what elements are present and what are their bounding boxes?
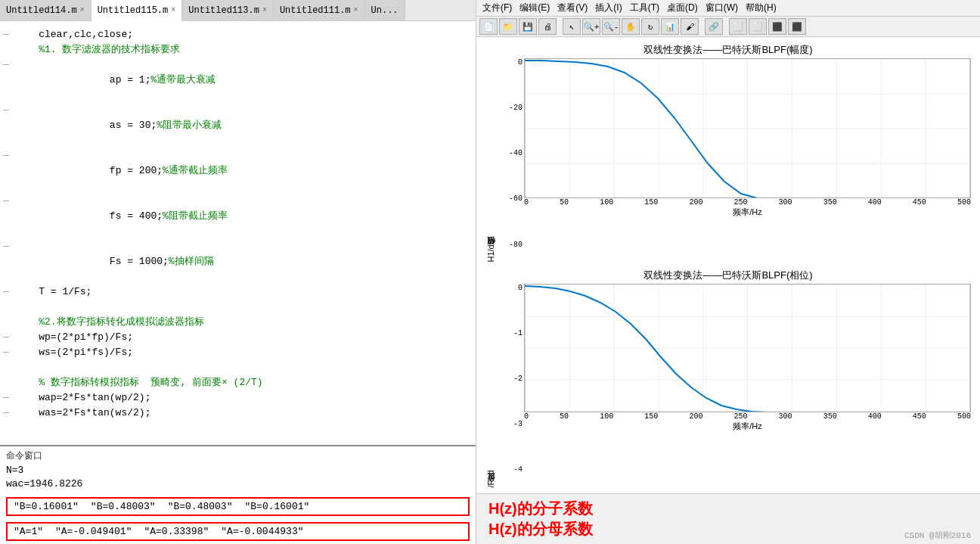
tab-untitled114[interactable]: Untitled114.m × (0, 0, 91, 20)
tab-close-icon[interactable]: × (171, 6, 175, 14)
toolbar-layout3[interactable]: ⬛ (768, 18, 786, 35)
line-text: fs = 400;%阻带截止频率 (15, 194, 476, 239)
chart1-xticks: 0 50 100 150 200 250 300 350 400 450 500 (524, 198, 971, 207)
chart1-ylabel: H1幅值/dB (485, 58, 497, 263)
figure-content: 双线性变换法——巴特沃斯BLPF(幅度) H1幅值/dB 0 -20 -40 -… (476, 37, 980, 493)
line-text: T = 1/Fs; (15, 284, 476, 300)
figure-menubar: 文件(F) 编辑(E) 查看(V) 插入(I) 工具(T) 桌面(D) 窗口(W… (476, 0, 980, 17)
xtick: 450 (913, 198, 926, 207)
toolbar-data[interactable]: 📊 (661, 18, 679, 35)
ytick: -4 (513, 465, 523, 474)
chart1-yticks: 0 -20 -40 -60 -80 (500, 58, 523, 263)
line-text: clear,clc,close; (15, 27, 476, 42)
code-line: — wp=(2*pi*fp)/Fs; (3, 330, 476, 345)
menu-desktop[interactable]: 桌面(D) (667, 2, 698, 14)
tab-untitled113[interactable]: Untitled113.m × (182, 0, 274, 20)
xtick: 150 (644, 198, 658, 207)
chart2-yticks: 0 -1 -2 -3 -4 (500, 284, 523, 488)
line-text: wap=2*Fs*tan(wp/2); (15, 390, 476, 406)
xtick: 300 (779, 412, 792, 421)
xtick: 400 (868, 412, 882, 421)
xtick: 500 (957, 412, 971, 421)
line-dash: — (3, 345, 15, 360)
tab-label: Untitled115.m (98, 5, 169, 16)
hz-numerator-label: H(z)的分子系数 (488, 499, 968, 519)
cmd-line-wac: wac=1946.8226 (6, 477, 470, 491)
xtick: 250 (733, 412, 747, 421)
cmd-output: N=3 wac=1946.8226 (6, 464, 470, 491)
hz-denominator-label: H(z)的分母系数 (488, 519, 968, 539)
toolbar-brush[interactable]: 🖌 (681, 18, 699, 35)
code-line: — T = 1/Fs; (3, 284, 476, 300)
toolbar-new[interactable]: 📄 (479, 18, 498, 35)
toolbar-save[interactable]: 💾 (519, 18, 537, 35)
output-box-a: ″A=1″ ″A=-0.049401″ ″A=0.33398″ ″A=-0.00… (6, 522, 470, 541)
ytick: -20 (509, 104, 523, 112)
command-window: 命令窗口 N=3 wac=1946.8226 (0, 445, 476, 494)
line-text: fp = 200;%通带截止频率 (15, 148, 476, 194)
code-line: — ws=(2*pi*fs)/Fs; (3, 345, 476, 360)
line-text: % 数字指标转模拟指标 预畸变, 前面要× (2/T) (15, 375, 476, 390)
toolbar-link[interactable]: 🔗 (705, 18, 723, 35)
b-coeff-1: ″B=0.48003″ (91, 501, 156, 512)
xtick: 150 (644, 412, 658, 421)
toolbar-zoom-out[interactable]: 🔍- (602, 18, 620, 35)
line-text: was=2*Fs*tan(ws/2); (15, 406, 476, 421)
chart1-svg (524, 58, 971, 198)
menu-view[interactable]: 查看(V) (557, 2, 588, 14)
tab-close-icon[interactable]: × (354, 6, 358, 14)
xtick: 100 (600, 412, 613, 421)
tab-close-icon[interactable]: × (80, 6, 85, 14)
toolbar-layout4[interactable]: ⬛ (788, 18, 806, 35)
xtick: 450 (913, 412, 926, 421)
chart2-title: 双线性变换法——巴特沃斯BLPF(相位) (485, 269, 971, 282)
menu-tools[interactable]: 工具(T) (630, 2, 659, 14)
tab-untitled115[interactable]: Untitled115.m × (91, 0, 183, 21)
code-line: — fp = 200;%通带截止频率 (3, 148, 476, 194)
xtick: 250 (733, 198, 747, 207)
tab-close-icon[interactable]: × (262, 6, 267, 14)
chart2-inner: 0 -1 -2 -3 -4 (500, 284, 971, 488)
line-dash: — (3, 330, 15, 345)
toolbar-pan[interactable]: ✋ (622, 18, 640, 35)
line-dash: — (3, 390, 15, 406)
code-line: — Fs = 1000;%抽样间隔 (3, 239, 476, 284)
tab-label: Untitled113.m (188, 5, 259, 16)
toolbar-open[interactable]: 📁 (499, 18, 517, 35)
line-dash: — (3, 194, 15, 209)
menu-file[interactable]: 文件(F) (482, 2, 512, 14)
menu-help[interactable]: 帮助(H) (746, 2, 777, 14)
line-text: %1. 数字滤波器的技术指标要求 (15, 42, 476, 58)
code-line: %2.将数字指标转化成模拟滤波器指标 (3, 315, 476, 330)
cmd-title: 命令窗口 (6, 449, 470, 462)
output-box-b: ″B=0.16001″ ″B=0.48003″ ″B=0.48003″ ″B=0… (6, 497, 470, 516)
code-editor[interactable]: — clear,clc,close; %1. 数字滤波器的技术指标要求 — ap… (0, 21, 476, 445)
code-line (3, 360, 476, 375)
toolbar-zoom-in[interactable]: 🔍+ (582, 18, 600, 35)
tab-untitled-extra[interactable]: Un... (365, 0, 405, 20)
line-dash: — (3, 58, 15, 73)
menu-window[interactable]: 窗口(W) (706, 2, 738, 14)
line-text (15, 300, 476, 315)
ytick: 0 (518, 284, 523, 292)
line-text: %2.将数字指标转化成模拟滤波器指标 (15, 315, 476, 330)
chart2-ylabel: 位度/Rad (485, 284, 497, 488)
editor-panel: Untitled114.m × Untitled115.m × Untitled… (0, 0, 476, 544)
line-text (15, 360, 476, 375)
ytick: -80 (509, 241, 523, 249)
menu-insert[interactable]: 插入(I) (595, 2, 622, 14)
chart2-xlabel: 频率/Hz (524, 421, 971, 432)
line-text: ap = 1;%通带最大衰减 (15, 58, 476, 103)
csdn-credit: CSDN @胡刚2016 (904, 530, 971, 541)
bottom-labels-area: H(z)的分子系数 H(z)的分母系数 CSDN @胡刚2016 (476, 493, 980, 544)
toolbar-layout2[interactable]: ⬜ (749, 18, 767, 35)
toolbar-rotate[interactable]: ↻ (641, 18, 659, 35)
toolbar-arrow[interactable]: ↖ (563, 18, 581, 35)
toolbar-print[interactable]: 🖨 (538, 18, 557, 35)
tab-untitled111[interactable]: Untitled111.m × (274, 0, 365, 20)
chart2-xticks: 0 50 100 150 200 250 300 350 400 450 500 (524, 412, 971, 421)
toolbar-layout1[interactable]: ⬜ (729, 18, 747, 35)
menu-edit[interactable]: 编辑(E) (519, 2, 550, 14)
ytick: -60 (509, 194, 523, 203)
chart1-xlabel: 频率/Hz (524, 207, 971, 218)
